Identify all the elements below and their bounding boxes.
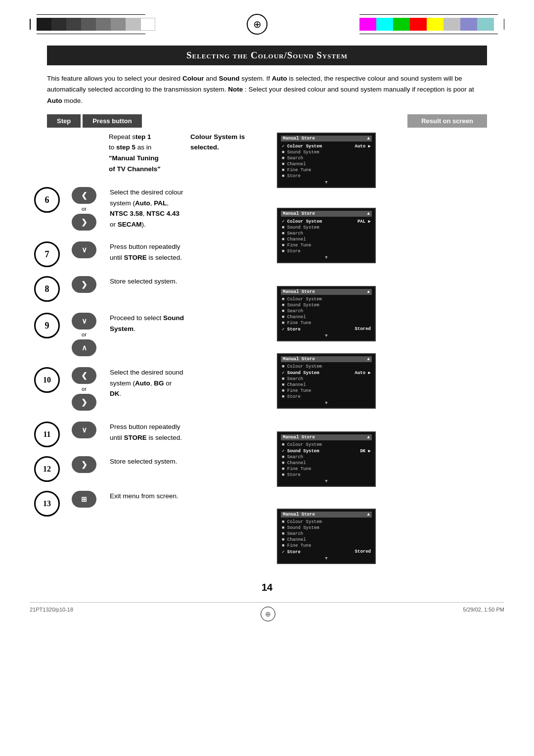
screens-column: Manual Store▲ ✓ Colour SystemAuto ▶ ■ So… [277,132,504,572]
step-row-8: 8 ❯ Store selected system. [30,274,267,302]
btn-10-left[interactable]: ❮ [72,367,96,384]
step-row-11: 11 ∨ Press button repeatedly until STORE… [30,420,267,447]
btn-13-menu[interactable]: ⊞ [72,491,96,508]
step-10-circle: 10 [34,367,60,393]
header-result-on-screen: Result on screen [407,114,487,128]
screen-6: Manual Store▲ ■ Colour System ■ Sound Sy… [277,509,504,564]
step-8-desc: Store selected system. [104,274,267,287]
page-number: 14 [0,582,534,593]
step-row-10: 10 ❮ or ❯ Select the desired sound syste… [30,365,267,411]
screen-4: Manual Store▲ ■ Colour System ✓ Sound Sy… [277,353,504,409]
footer-crosshair: ⊕ [261,607,275,621]
btn-11-down[interactable]: ∨ [72,422,96,438]
first-step-desc: Repeat step 1 to step 5 as in "Manual Tu… [104,132,185,174]
btn-or-10: or [82,386,87,392]
step-13-desc: Exit menu from screen. [104,489,267,502]
screen-5: Manual Store▲ ■ Colour System ✓ Sound Sy… [277,431,504,487]
step-7-circle: 7 [34,241,60,267]
page: ⊕ Se [0,0,534,756]
step-12-desc: Store selected system. [104,454,267,467]
step-11-buttons: ∨ [64,420,104,438]
footer: 21PT1320/p10-18 ⊕ 5/29/02, 1:50 PM [0,603,534,625]
step-6-desc: Select the desired colour system (Auto, … [104,185,267,230]
step-row-13: 13 ⊞ Exit menu from screen. [30,489,267,517]
step-10-desc: Select the desired sound system (Auto, B… [104,365,267,399]
btn-9-up[interactable]: ∧ [72,339,96,356]
footer-left: 21PT1320/p10-18 [30,607,73,621]
step-row-7: 7 ∨ Press button repeatedly until STORE … [30,239,267,267]
step-6-buttons: ❮ or ❯ [64,185,104,231]
step-9-buttons: ∨ or ∧ [64,311,104,356]
first-step-right: Colour System is selected. [185,132,267,153]
step-13-circle: 13 [34,491,60,517]
step-13-buttons: ⊞ [64,489,104,508]
btn-8-right[interactable]: ❯ [72,276,96,293]
btn-10-right[interactable]: ❯ [72,394,96,411]
btn-or-6: or [82,206,87,212]
screen-2: Manual Store▲ ✓ Colour SystemPAL ▶ ■ Sou… [277,208,504,263]
right-color-bars [359,18,498,31]
screen-1: Manual Store▲ ✓ Colour SystemAuto ▶ ■ So… [277,133,504,188]
step-6-circle: 6 [34,187,60,213]
step-row-9: 9 ∨ or ∧ Proceed to select Sound System. [30,311,267,356]
step-11-desc: Press button repeatedly until STORE is s… [104,420,267,443]
header-step: Step [47,114,81,128]
first-step-row: Repeat step 1 to step 5 as in "Manual Tu… [30,132,267,174]
btn-or-9: or [82,331,87,337]
step-7-desc: Press button repeatedly until STORE is s… [104,239,267,263]
intro-paragraph: This feature allows you to select your d… [0,73,534,106]
step-8-circle: 8 [34,276,60,302]
screen-3: Manual Store▲ ■ Colour System ■ Sound Sy… [277,286,504,341]
btn-6-left[interactable]: ❮ [72,187,96,204]
left-color-bars [37,18,155,31]
step-row-6: 6 ❮ or ❯ Select the desired colour syste… [30,185,267,231]
page-title: Selecting the Colour/Sound System [186,50,348,60]
btn-12-right[interactable]: ❯ [72,456,96,473]
step-7-buttons: ∨ [64,239,104,258]
step-row-12: 12 ❯ Store selected system. [30,454,267,482]
step-12-circle: 12 [34,456,60,482]
steps-column: Repeat step 1 to step 5 as in "Manual Tu… [30,132,267,572]
step-11-circle: 11 [34,422,60,447]
btn-7-down[interactable]: ∨ [72,241,96,258]
step-8-buttons: ❯ [64,274,104,293]
footer-right: 5/29/02, 1:50 PM [463,607,504,621]
btn-9-down[interactable]: ∨ [72,313,96,330]
btn-6-right[interactable]: ❯ [72,214,96,231]
step-9-circle: 9 [34,313,60,338]
step-9-desc: Proceed to select Sound System. [104,311,267,334]
title-banner: Selecting the Colour/Sound System [47,46,487,65]
crosshair-center: ⊕ [247,14,267,35]
step-12-buttons: ❯ [64,454,104,473]
header-press-button: Press button [83,114,141,128]
table-header: Step Press button Result on screen [47,114,487,128]
step-10-buttons: ❮ or ❯ [64,365,104,411]
